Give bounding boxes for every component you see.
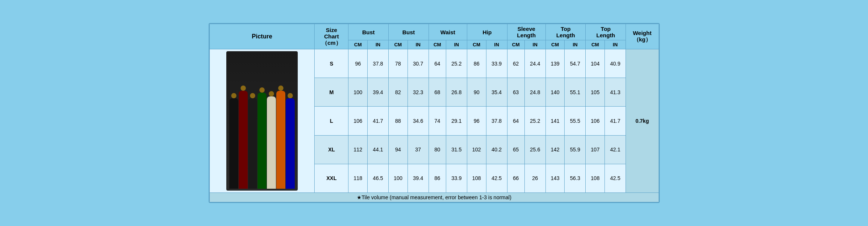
table-cell: 33.9	[486, 49, 507, 78]
table-cell: XXL	[315, 164, 348, 192]
table-cell: 41.7	[367, 107, 388, 135]
table-cell: 55.9	[565, 135, 586, 164]
bust2-cm-header: CM	[389, 40, 408, 49]
sleeve-length-header: SleeveLength	[507, 24, 545, 40]
hip-in-header: IN	[486, 40, 507, 49]
table-cell: 39.4	[367, 78, 388, 107]
table-cell: 143	[545, 164, 565, 192]
table-cell: 112	[348, 135, 368, 164]
sleeve-cm-header: CM	[507, 40, 524, 49]
table-cell: 64	[507, 107, 524, 135]
table-cell: 106	[348, 107, 368, 135]
top-length2-header: TopLength	[586, 24, 626, 40]
table-cell: 42.5	[605, 164, 626, 192]
table-cell: 96	[467, 107, 486, 135]
table-cell: 56.3	[565, 164, 586, 192]
table-cell: XL	[315, 135, 348, 164]
table-cell: S	[315, 49, 348, 78]
table-cell: 68	[429, 78, 446, 107]
table-cell: 105	[586, 78, 605, 107]
table-cell: 55.5	[565, 107, 586, 135]
table-cell: 74	[429, 107, 446, 135]
table-cell: 35.4	[486, 78, 507, 107]
weight-cell: 0.7kg	[626, 49, 659, 193]
table-cell: 42.1	[605, 135, 626, 164]
table-cell: 107	[586, 135, 605, 164]
table-cell: 39.4	[407, 164, 429, 192]
table-row: S9637.87830.76425.28633.96224.413954.710…	[209, 49, 659, 78]
table-cell: 141	[545, 107, 565, 135]
table-cell: 62	[507, 49, 524, 78]
table-cell: 32.3	[407, 78, 429, 107]
bust1-in-header: IN	[367, 40, 388, 49]
table-cell: 100	[348, 78, 368, 107]
table-cell: 41.7	[605, 107, 626, 135]
table-cell: 46.5	[367, 164, 388, 192]
table-cell: 108	[586, 164, 605, 192]
bust2-in-header: IN	[407, 40, 429, 49]
table-cell: 106	[586, 107, 605, 135]
table-cell: 25.6	[524, 135, 545, 164]
table-cell: 55.1	[565, 78, 586, 107]
table-cell: 66	[507, 164, 524, 192]
waist-cm-header: CM	[429, 40, 446, 49]
table-cell: 142	[545, 135, 565, 164]
table-cell: 86	[467, 49, 486, 78]
table-cell: 94	[389, 135, 408, 164]
size-chart-wrapper: Picture SizeChart（cm） Bust Bust Waist Hi…	[209, 23, 660, 203]
bust2-header: Bust	[389, 24, 429, 40]
table-cell: 80	[429, 135, 446, 164]
size-chart-table: Picture SizeChart（cm） Bust Bust Waist Hi…	[209, 24, 659, 202]
size-chart-header: SizeChart（cm）	[315, 24, 348, 49]
table-cell: 88	[389, 107, 408, 135]
top2-in-header: IN	[605, 40, 626, 49]
waist-in-header: IN	[446, 40, 467, 49]
table-cell: 63	[507, 78, 524, 107]
table-cell: 64	[429, 49, 446, 78]
table-cell: 78	[389, 49, 408, 78]
table-cell: 24.8	[524, 78, 545, 107]
table-cell: 33.9	[446, 164, 467, 192]
top2-cm-header: CM	[586, 40, 605, 49]
top-length1-header: TopLength	[545, 24, 586, 40]
table-cell: 26.8	[446, 78, 467, 107]
table-cell: 100	[389, 164, 408, 192]
footer-note: ★Tile volume (manual measurement, error …	[209, 193, 659, 202]
table-cell: 40.2	[486, 135, 507, 164]
picture-header: Picture	[209, 24, 315, 49]
table-cell: 108	[467, 164, 486, 192]
table-cell: 140	[545, 78, 565, 107]
top1-in-header: IN	[565, 40, 586, 49]
table-cell: 82	[389, 78, 408, 107]
table-cell: 37	[407, 135, 429, 164]
table-cell: 30.7	[407, 49, 429, 78]
top1-cm-header: CM	[545, 40, 565, 49]
picture-cell	[209, 49, 315, 193]
table-cell: 37.8	[486, 107, 507, 135]
table-cell: 25.2	[524, 107, 545, 135]
weight-header: Weight（kg）	[626, 24, 659, 49]
table-cell: 34.6	[407, 107, 429, 135]
table-cell: 40.9	[605, 49, 626, 78]
table-cell: 54.7	[565, 49, 586, 78]
hip-header: Hip	[467, 24, 507, 40]
table-cell: 31.5	[446, 135, 467, 164]
table-cell: 86	[429, 164, 446, 192]
table-cell: 44.1	[367, 135, 388, 164]
table-cell: 139	[545, 49, 565, 78]
table-cell: 29.1	[446, 107, 467, 135]
waist-header: Waist	[429, 24, 467, 40]
hip-cm-header: CM	[467, 40, 486, 49]
table-cell: 26	[524, 164, 545, 192]
table-cell: 65	[507, 135, 524, 164]
table-cell: L	[315, 107, 348, 135]
table-cell: 118	[348, 164, 368, 192]
table-cell: 90	[467, 78, 486, 107]
table-cell: M	[315, 78, 348, 107]
bust1-header: Bust	[348, 24, 389, 40]
sleeve-in-header: IN	[524, 40, 545, 49]
table-cell: 96	[348, 49, 368, 78]
table-cell: 24.4	[524, 49, 545, 78]
table-cell: 41.3	[605, 78, 626, 107]
bust1-cm-header: CM	[348, 40, 368, 49]
